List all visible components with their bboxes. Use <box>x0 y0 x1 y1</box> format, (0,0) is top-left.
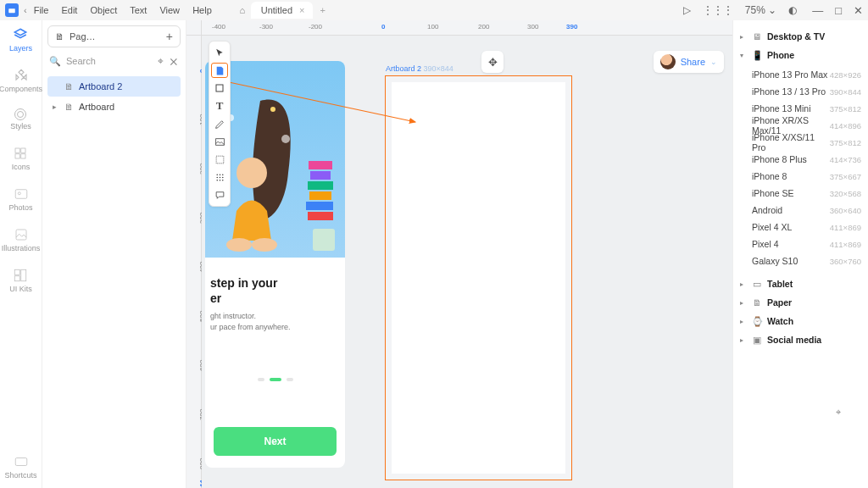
artboard-2-frame[interactable]: Artboard 2 390×844 <box>385 75 572 480</box>
menu-file[interactable]: File <box>34 5 49 15</box>
add-page-icon[interactable]: + <box>166 30 173 43</box>
home-tab-icon[interactable]: ⌂ <box>234 5 251 15</box>
tablet-icon: ▭ <box>752 279 762 289</box>
preset-category-watch[interactable]: ▸ ⌚ Watch <box>740 312 861 330</box>
device-preset[interactable]: Android360×640 <box>752 202 861 219</box>
minimize-icon[interactable]: — <box>812 4 823 17</box>
document-tab[interactable]: Untitled × <box>251 2 314 19</box>
mock-heading: step in yourer <box>210 276 340 306</box>
menu-object[interactable]: Object <box>91 5 118 15</box>
play-icon[interactable]: ▷ <box>683 4 691 16</box>
device-preset[interactable]: iPhone XR/XS Max/11414×896 <box>752 117 861 134</box>
back-icon[interactable]: ‹ <box>24 5 27 15</box>
menu-text[interactable]: Text <box>130 5 147 15</box>
svg-point-20 <box>221 176 223 178</box>
svg-rect-33 <box>308 181 333 190</box>
device-preset[interactable]: iPhone 13 Mini375×812 <box>752 100 861 117</box>
svg-point-25 <box>226 238 252 252</box>
close-tab-icon[interactable]: × <box>299 5 304 15</box>
preset-category-tablet[interactable]: ▸ ▭ Tablet <box>740 274 861 293</box>
artboard-icon: 🗎 <box>64 81 74 92</box>
svg-rect-5 <box>15 190 27 199</box>
svg-point-21 <box>216 179 218 180</box>
device-preset[interactable]: iPhone 13 Pro Max428×926 <box>752 66 861 83</box>
mock-pagination-dots <box>210 378 340 381</box>
artboard-2-label: Artboard 2 390×844 <box>386 64 453 73</box>
nav-uikits[interactable]: UI Kits <box>9 268 32 293</box>
page-selector[interactable]: 🗎Pag… + <box>47 25 181 47</box>
canvas[interactable]: T ✥ Share <box>202 36 732 488</box>
target-icon[interactable]: ⌖ <box>158 55 164 67</box>
uikits-icon <box>13 268 28 283</box>
svg-rect-34 <box>310 171 331 180</box>
device-preset[interactable]: iPhone SE320×568 <box>752 185 861 202</box>
search-placeholder: Search <box>66 56 96 66</box>
maximize-icon[interactable]: □ <box>835 4 842 17</box>
image-tool[interactable] <box>211 134 228 149</box>
tab-title: Untitled <box>261 5 292 15</box>
mock-body: ght instructor.ur pace from anywhere. <box>210 311 340 332</box>
share-button[interactable]: Share ⌄ <box>654 51 724 73</box>
preset-category-paper[interactable]: ▸ 🗎 Paper <box>740 293 861 312</box>
component-tool[interactable] <box>211 152 228 167</box>
plant-illustration <box>313 229 335 251</box>
phone-preset-list: iPhone 13 Pro Max428×926iPhone 13 / 13 P… <box>752 66 861 269</box>
chevron-right-icon: ▸ <box>53 103 59 111</box>
artboard-tool[interactable] <box>211 63 228 78</box>
text-tool[interactable]: T <box>211 98 228 114</box>
shortcuts-icon <box>14 454 29 469</box>
svg-point-29 <box>281 135 290 143</box>
nav-styles[interactable]: Styles <box>10 108 31 130</box>
canvas-area: -400-300-2000100200300390 01002003004005… <box>186 20 732 488</box>
rectangle-tool[interactable] <box>211 80 228 96</box>
device-preset[interactable]: iPhone 8 Plus414×736 <box>752 151 861 168</box>
preset-category-social[interactable]: ▸ ▣ Social media <box>740 330 861 349</box>
nav-illustrations[interactable]: Illustrations <box>2 227 41 252</box>
grid-tool[interactable] <box>211 169 228 185</box>
ruler-corner <box>186 20 202 36</box>
device-preset[interactable]: Pixel 4 XL411×869 <box>752 219 861 236</box>
device-preset[interactable]: Pixel 4411×869 <box>752 236 861 252</box>
comment-tool[interactable] <box>211 187 228 202</box>
device-preset[interactable]: Galaxy S10360×760 <box>752 252 861 269</box>
menu-view[interactable]: View <box>159 5 180 15</box>
chevron-right-icon: ▸ <box>740 33 747 41</box>
svg-rect-3 <box>15 154 19 158</box>
device-preset[interactable]: iPhone X/XS/11 Pro375×812 <box>752 134 861 151</box>
device-preset[interactable]: iPhone 8375×667 <box>752 168 861 185</box>
phone-icon: 📱 <box>752 50 762 61</box>
layer-artboard-2[interactable]: 🗎 Artboard 2 <box>47 76 181 97</box>
preset-category-desktop[interactable]: ▸ 🖥 Desktop & TV <box>740 27 861 46</box>
layer-search[interactable]: 🔍 Search <box>49 56 153 67</box>
svg-rect-14 <box>216 156 224 164</box>
app-logo[interactable] <box>5 3 19 17</box>
layer-artboard[interactable]: ▸ 🗎 Artboard <box>47 97 181 117</box>
select-tool[interactable] <box>211 45 228 60</box>
new-tab-icon[interactable]: + <box>320 5 325 15</box>
artboard-2-canvas <box>392 82 565 474</box>
close-window-icon[interactable]: ✕ <box>854 4 863 17</box>
zoom-level[interactable]: 75% ⌄ <box>745 4 776 16</box>
nav-photos[interactable]: Photos <box>8 186 32 212</box>
device-presets-panel: ▸ 🖥 Desktop & TV ▾ 📱 Phone iPhone 13 Pro… <box>732 20 868 488</box>
dark-mode-icon[interactable]: ◐ <box>788 4 797 16</box>
nav-icons[interactable]: Icons <box>12 146 31 171</box>
menu-edit[interactable]: Edit <box>61 5 77 15</box>
svg-rect-13 <box>215 138 224 145</box>
preset-category-phone[interactable]: ▾ 📱 Phone <box>740 46 861 64</box>
svg-point-26 <box>252 238 277 252</box>
user-avatar <box>660 54 676 69</box>
search-icon: 🔍 <box>49 56 61 67</box>
snap-indicator-icon[interactable]: ✥ <box>481 51 504 73</box>
nav-layers[interactable]: Layers <box>9 27 32 53</box>
collapse-panel-icon[interactable]: ⨯ <box>169 54 179 68</box>
pen-tool[interactable] <box>211 116 228 131</box>
page-icon: 🗎 <box>55 31 64 42</box>
svg-rect-10 <box>15 276 20 281</box>
grid-icon[interactable]: ⋮⋮⋮ <box>703 4 733 16</box>
nav-components[interactable]: Components <box>0 68 42 93</box>
menu-help[interactable]: Help <box>192 5 212 15</box>
device-preset[interactable]: iPhone 13 / 13 Pro390×844 <box>752 83 861 100</box>
nav-shortcuts[interactable]: Shortcuts <box>4 454 36 480</box>
chevron-down-icon: ▾ <box>740 52 747 59</box>
